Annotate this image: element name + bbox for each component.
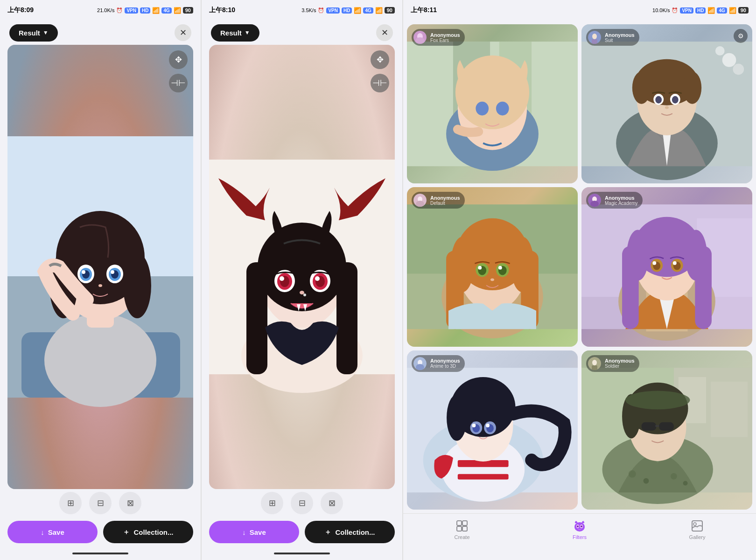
gallery-item-bg-1: Anonymous Fox Ears (407, 24, 578, 183)
svg-point-55 (632, 71, 651, 104)
svg-point-153 (577, 525, 579, 527)
status-icons-3: 10.0K/s ⏰ VPN HD 📶 4G 📶 90 (652, 7, 749, 14)
result-button-2[interactable]: Result ▼ (211, 24, 259, 42)
gallery-overlay-5: Anonymous Anime to 3D (412, 355, 465, 372)
svg-point-18 (98, 284, 102, 287)
svg-point-142 (625, 391, 690, 409)
gallery-grid: Anonymous Fox Ears (403, 21, 756, 513)
svg-rect-139 (642, 422, 657, 431)
gallery-item-soldier[interactable]: Anonymous Soldier (581, 350, 752, 510)
compare-icon-2[interactable]: ⊣⊢ (371, 74, 389, 92)
action-bar-2: ↓ Save ＋ Collection... (202, 517, 402, 547)
gallery-user-2: Anonymous (605, 32, 635, 38)
gallery-user-4: Anonymous (605, 195, 638, 201)
status-bar-1: 上午8:09 21.0K/s ⏰ VPN HD 📶 4G 📶 90 (0, 0, 201, 21)
time-1: 上午8:09 (7, 6, 34, 14)
gallery-item-default[interactable]: Anonymous Default (407, 187, 578, 346)
sliders-button-1[interactable]: ⊟ (89, 492, 112, 514)
time-2: 上午8:10 (209, 6, 235, 14)
save-button-1[interactable]: ↓ Save (7, 521, 98, 543)
svg-point-121 (472, 423, 476, 427)
vpn-badge: VPN (125, 7, 138, 14)
svg-rect-67 (592, 39, 597, 44)
demon-girl-image (209, 45, 395, 489)
settings-button-1[interactable]: ⊠ (119, 492, 141, 514)
svg-point-82 (498, 266, 502, 270)
default-portrait (407, 187, 578, 346)
svg-point-144 (592, 360, 597, 365)
svg-rect-141 (655, 425, 659, 427)
gallery-info-4: Anonymous Magic Academy (605, 195, 638, 206)
svg-point-29 (280, 276, 284, 281)
alarm-icon-3: ⏰ (672, 7, 678, 14)
time-3: 上午8:11 (411, 6, 437, 14)
svg-point-134 (683, 481, 688, 485)
dropdown-arrow-2: ▼ (245, 29, 250, 36)
gallery-user-5: Anonymous (430, 358, 460, 364)
collection-label-1: Collection... (133, 528, 173, 536)
download-icon-2: ↓ (242, 528, 246, 536)
svg-point-62 (722, 53, 736, 67)
svg-point-23 (258, 223, 346, 311)
gallery-overlay-1: Anonymous Fox Ears (412, 29, 465, 46)
status-bar-3: 上午8:11 10.0K/s ⏰ VPN HD 📶 4G 📶 90 (403, 0, 756, 21)
close-button-1[interactable]: ✕ (175, 24, 191, 41)
gallery-item-anime-3d[interactable]: Anonymous Anime to 3D (407, 350, 578, 510)
speed-1: 21.0K/s (97, 7, 114, 13)
svg-point-63 (733, 64, 744, 75)
gallery-overlay-6: Anonymous Soldier (586, 355, 639, 372)
save-button-2[interactable]: ↓ Save (209, 521, 299, 543)
move-icon-1[interactable]: ✥ (169, 50, 188, 69)
sliders-button-2[interactable]: ⊟ (291, 492, 313, 514)
suit-portrait (581, 24, 752, 183)
svg-point-83 (490, 279, 494, 281)
image-container-2: ✥ ⊣⊢ (209, 45, 395, 489)
gallery-user-6: Anonymous (605, 358, 635, 364)
nav-create[interactable]: Create (448, 519, 476, 540)
svg-rect-145 (592, 365, 597, 370)
battery-2: 90 (385, 7, 395, 14)
result-button-1[interactable]: Result ▼ (9, 24, 58, 42)
hd-badge: HD (140, 7, 150, 14)
hd-badge-3: HD (695, 7, 706, 14)
status-icons-1: 21.0K/s ⏰ VPN HD 📶 4G 📶 90 (97, 7, 193, 14)
svg-point-34 (300, 291, 304, 294)
svg-point-61 (665, 106, 669, 109)
collection-button-1[interactable]: ＋ Collection... (103, 521, 193, 543)
svg-rect-149 (462, 526, 467, 531)
gallery-icon (691, 519, 704, 532)
result-label-2: Result (220, 29, 242, 37)
phone-panel-2: 上午8:10 3.5K/s ⏰ VPN HD 📶 4G 📶 90 Result … (202, 0, 402, 560)
svg-point-131 (629, 470, 636, 477)
gallery-info-3: Anonymous Default (430, 195, 460, 206)
layout-button-2[interactable]: ⊞ (261, 492, 283, 514)
speed-2: 3.5K/s (301, 7, 316, 13)
svg-point-156 (693, 523, 696, 525)
signal-icon-2: 📶 (354, 7, 361, 14)
gallery-item-fox-ears[interactable]: Anonymous Fox Ears (407, 24, 578, 183)
settings-button-2[interactable]: ⊠ (321, 492, 343, 514)
gallery-item-magic-academy[interactable]: Anonymous Magic Academy (581, 187, 752, 346)
layout-button-1[interactable]: ⊞ (59, 492, 82, 514)
nav-gallery-label: Gallery (689, 534, 706, 540)
gallery-item-bg-6: Anonymous Soldier (581, 350, 752, 510)
nav-filters[interactable]: Filters (566, 519, 594, 540)
svg-point-64 (715, 46, 725, 56)
collection-label-2: Collection... (335, 528, 375, 536)
svg-point-56 (683, 71, 702, 104)
settings-icon-gallery[interactable]: ⚙ (734, 29, 748, 43)
collection-button-2[interactable]: ＋ Collection... (305, 521, 395, 543)
svg-point-122 (486, 423, 490, 427)
gallery-tag-6: Soldier (605, 364, 635, 369)
gallery-item-suit[interactable]: Anonymous Suit ⚙ (581, 24, 752, 183)
gallery-info-5: Anonymous Anime to 3D (430, 358, 460, 369)
nav-gallery[interactable]: Gallery (683, 519, 711, 540)
speed-3: 10.0K/s (652, 7, 670, 13)
close-button-2[interactable]: ✕ (376, 24, 393, 41)
compare-icon-1[interactable]: ⊣⊢ (169, 74, 188, 92)
vpn-badge-3: VPN (680, 7, 693, 14)
move-icon-2[interactable]: ✥ (371, 50, 389, 69)
gallery-tag-1: Fox Ears (430, 38, 460, 43)
top-bar-2: Result ▼ ✕ (202, 21, 402, 45)
4g-badge-2: 4G (363, 7, 373, 14)
